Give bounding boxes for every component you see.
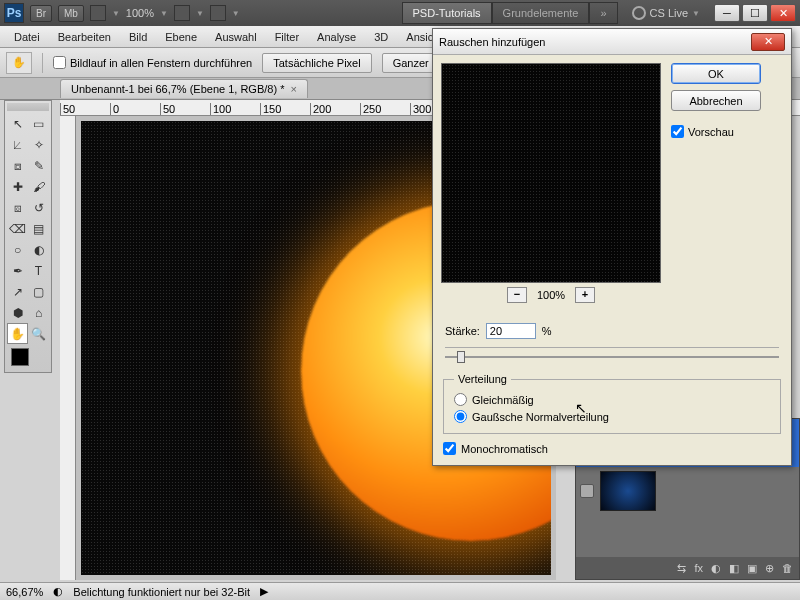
mask-icon[interactable]: ◐ (711, 562, 721, 575)
workspace-tab-grundelemente[interactable]: Grundelemente (492, 2, 590, 24)
link-icon[interactable]: ⇆ (677, 562, 686, 575)
move-tool-icon[interactable]: ↖ (7, 113, 28, 134)
menu-bearbeiten[interactable]: Bearbeiten (50, 28, 119, 46)
dialog-close-button[interactable]: ✕ (751, 33, 785, 51)
preview-label: Vorschau (688, 126, 734, 138)
play-icon[interactable]: ▶ (260, 585, 268, 598)
workspace-tab-tutorials[interactable]: PSD-Tutorials (402, 2, 492, 24)
cslive-label: CS Live (650, 7, 689, 19)
palette-grip[interactable] (7, 103, 49, 111)
cancel-button[interactable]: Abbrechen (671, 90, 761, 111)
scroll-all-input[interactable] (53, 56, 66, 69)
marquee-tool-icon[interactable]: ▭ (28, 113, 49, 134)
preview-checkbox[interactable]: Vorschau (671, 125, 761, 138)
amount-input[interactable] (486, 323, 536, 339)
extras-icon[interactable] (210, 5, 226, 21)
chevron-down-icon: ▼ (160, 9, 168, 18)
window-maximize[interactable]: ☐ (742, 4, 768, 22)
camera-tool-icon[interactable]: ⌂ (28, 302, 49, 323)
preview-checkbox-input[interactable] (671, 125, 684, 138)
current-tool-icon[interactable]: ✋ (6, 52, 32, 74)
blur-tool-icon[interactable]: ○ (7, 239, 28, 260)
workspace-more[interactable]: » (589, 2, 617, 24)
close-icon[interactable]: × (290, 83, 296, 95)
color-swatches[interactable] (7, 344, 49, 370)
ps-logo-icon: Ps (4, 3, 24, 23)
lasso-tool-icon[interactable]: ⟀ (7, 134, 28, 155)
monochrome-label: Monochromatisch (461, 443, 548, 455)
gradient-tool-icon[interactable]: ▤ (28, 218, 49, 239)
menu-datei[interactable]: Datei (6, 28, 48, 46)
zoom-in-button[interactable]: + (575, 287, 595, 303)
group-icon[interactable]: ▣ (747, 562, 757, 575)
wand-tool-icon[interactable]: ✧ (28, 134, 49, 155)
menu-auswahl[interactable]: Auswahl (207, 28, 265, 46)
status-message: Belichtung funktioniert nur bei 32-Bit (73, 586, 250, 598)
shape-tool-icon[interactable]: ▢ (28, 281, 49, 302)
layer-row[interactable] (576, 467, 799, 515)
path-tool-icon[interactable]: ↗ (7, 281, 28, 302)
document-tab[interactable]: Unbenannt-1 bei 66,7% (Ebene 1, RGB/8) *… (60, 79, 308, 98)
menu-analyse[interactable]: Analyse (309, 28, 364, 46)
dialog-title: Rauschen hinzufügen (439, 36, 751, 48)
type-tool-icon[interactable]: T (28, 260, 49, 281)
slider-thumb[interactable] (457, 351, 465, 363)
eyedropper-tool-icon[interactable]: ✎ (28, 155, 49, 176)
scroll-all-checkbox[interactable]: Bildlauf in allen Fenstern durchführen (53, 56, 252, 69)
bridge-button[interactable]: Br (30, 5, 52, 22)
dialog-titlebar[interactable]: Rauschen hinzufügen ✕ (433, 29, 791, 55)
zoom-out-button[interactable]: − (507, 287, 527, 303)
history-tool-icon[interactable]: ↺ (28, 197, 49, 218)
pen-tool-icon[interactable]: ✒ (7, 260, 28, 281)
zoom-tool-icon[interactable]: 🔍 (28, 323, 49, 344)
heal-tool-icon[interactable]: ✚ (7, 176, 28, 197)
new-layer-icon[interactable]: ⊕ (765, 562, 774, 575)
distribution-group: Verteilung Gleichmäßig Gaußsche Normalve… (443, 373, 781, 434)
adjust-icon[interactable]: ◧ (729, 562, 739, 575)
window-minimize[interactable]: ─ (714, 4, 740, 22)
eraser-tool-icon[interactable]: ⌫ (7, 218, 28, 239)
noise-preview[interactable] (441, 63, 661, 283)
cslive-icon (632, 6, 646, 20)
monochrome-checkbox[interactable]: Monochromatisch (443, 442, 781, 455)
screenmode-icon[interactable] (90, 5, 106, 21)
3d-tool-icon[interactable]: ⬢ (7, 302, 28, 323)
ok-button[interactable]: OK (671, 63, 761, 84)
uniform-label: Gleichmäßig (472, 394, 534, 406)
minibridge-button[interactable]: Mb (58, 5, 84, 22)
stamp-tool-icon[interactable]: ⧇ (7, 197, 28, 218)
chevron-down-icon: ▼ (196, 9, 204, 18)
brush-tool-icon[interactable]: 🖌 (28, 176, 49, 197)
status-indicator-icon: ◐ (53, 585, 63, 598)
visibility-icon[interactable] (580, 484, 594, 498)
uniform-radio-input[interactable] (454, 393, 467, 406)
foreground-swatch[interactable] (11, 348, 29, 366)
arrange-icon[interactable] (174, 5, 190, 21)
menu-ebene[interactable]: Ebene (157, 28, 205, 46)
menu-filter[interactable]: Filter (267, 28, 307, 46)
layer-thumbnail[interactable] (600, 471, 656, 511)
window-close[interactable]: ✕ (770, 4, 796, 22)
crop-tool-icon[interactable]: ⧈ (7, 155, 28, 176)
preview-zoom: 100% (537, 289, 565, 301)
status-zoom[interactable]: 66,67% (6, 586, 43, 598)
app-titlebar: Ps Br Mb ▼ 100% ▼ ▼ ▼ PSD-Tutorials Grun… (0, 0, 800, 26)
hand-tool-icon[interactable]: ✋ (7, 323, 28, 344)
gaussian-radio[interactable]: Gaußsche Normalverteilung (454, 408, 770, 425)
menu-bild[interactable]: Bild (121, 28, 155, 46)
amount-slider[interactable] (445, 347, 779, 363)
ruler-vertical (60, 116, 76, 580)
document-title: Unbenannt-1 bei 66,7% (Ebene 1, RGB/8) * (71, 83, 284, 95)
gaussian-radio-input[interactable] (454, 410, 467, 423)
fx-icon[interactable]: fx (694, 562, 703, 574)
add-noise-dialog: Rauschen hinzufügen ✕ − 100% + OK Abbrec… (432, 28, 792, 466)
trash-icon[interactable]: 🗑 (782, 562, 793, 574)
cslive-button[interactable]: CS Live ▼ (632, 6, 700, 20)
header-zoom[interactable]: 100% (126, 7, 154, 19)
monochrome-input[interactable] (443, 442, 456, 455)
menu-3d[interactable]: 3D (366, 28, 396, 46)
actual-pixels-button[interactable]: Tatsächliche Pixel (262, 53, 371, 73)
preview-noise (442, 64, 660, 282)
uniform-radio[interactable]: Gleichmäßig (454, 391, 770, 408)
dodge-tool-icon[interactable]: ◐ (28, 239, 49, 260)
